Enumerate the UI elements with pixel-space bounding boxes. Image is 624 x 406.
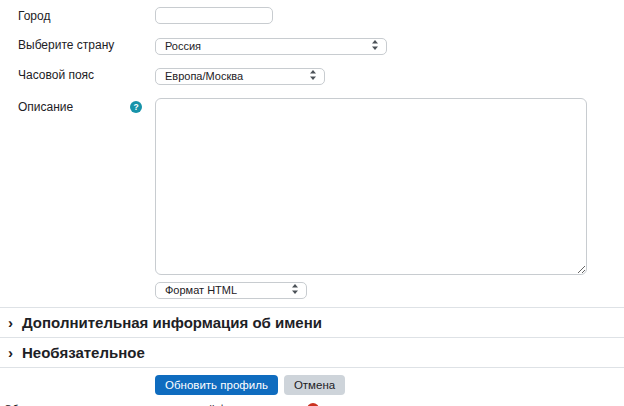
update-profile-button[interactable]: Обновить профиль	[155, 375, 278, 395]
chevron-right-icon: ›	[8, 345, 22, 361]
timezone-label: Часовой пояс	[18, 68, 94, 82]
profile-edit-form: Город Выберите страну Россия Часовой поя…	[0, 0, 624, 406]
country-label: Выберите страну	[18, 38, 114, 52]
form-row-format: Формат HTML	[0, 280, 624, 299]
format-select[interactable]: Формат HTML	[155, 282, 307, 299]
timezone-select[interactable]: Европа/Москва	[155, 68, 325, 85]
description-label: Описание	[18, 100, 73, 114]
help-icon[interactable]: ?	[130, 101, 142, 113]
description-textarea[interactable]	[155, 98, 587, 275]
divider	[0, 367, 624, 368]
city-label: Город	[18, 9, 50, 23]
section-header-optional[interactable]: › Необязательное	[0, 338, 624, 367]
chevron-right-icon: ›	[8, 315, 22, 331]
form-row-city: Город	[0, 7, 624, 24]
cancel-button[interactable]: Отмена	[284, 375, 345, 395]
form-row-description: Описание ?	[0, 98, 624, 275]
section-header-additional-name-info[interactable]: › Дополнительная информация об имени	[0, 308, 624, 337]
city-input[interactable]	[155, 7, 273, 24]
country-select[interactable]: Россия	[155, 38, 387, 55]
form-row-timezone: Часовой пояс Европа/Москва	[0, 66, 624, 85]
form-row-country: Выберите страну Россия	[0, 36, 624, 55]
form-actions: Обновить профиль Отмена	[0, 375, 624, 395]
section-title: Необязательное	[22, 344, 145, 361]
section-title: Дополнительная информация об имени	[22, 314, 322, 331]
